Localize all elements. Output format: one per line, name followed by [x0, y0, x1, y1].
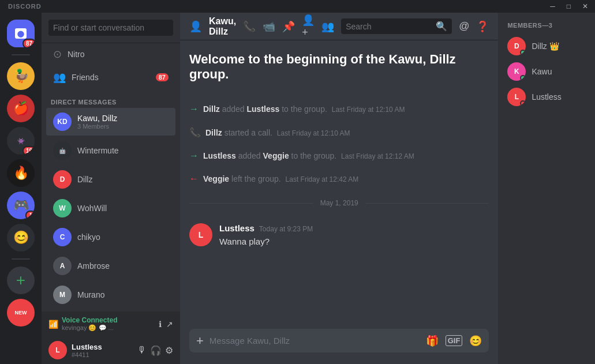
- user-discriminator: #4411: [72, 351, 133, 358]
- friends-item[interactable]: 👥 Friends 87: [46, 66, 175, 88]
- server-icon-fire[interactable]: 🔥: [7, 159, 35, 187]
- add-attachment-button[interactable]: +: [196, 333, 204, 348]
- chat-search-input[interactable]: [346, 22, 432, 31]
- emoji-button[interactable]: 😊: [469, 335, 482, 347]
- dm-list: KD Kawu, Dillz 3 Members 🤖 Wintermute D: [42, 108, 180, 312]
- dm-name-wintermute: Wintermute: [77, 146, 119, 155]
- settings-button[interactable]: ⚙: [165, 345, 173, 356]
- group-dm-icon: 👤: [189, 20, 202, 33]
- add-server-icon: +: [7, 267, 35, 294]
- dm-item-wohwill[interactable]: W WohWill: [46, 194, 175, 222]
- dm-item-chikyo[interactable]: C chikyo: [46, 223, 175, 251]
- voice-icon: 📶: [48, 320, 58, 329]
- dm-item-murano[interactable]: M Murano: [46, 281, 175, 309]
- home-badge: 87: [23, 39, 35, 47]
- dm-avatar-wintermute: 🤖: [53, 141, 72, 160]
- dm-avatar-chikyo: C: [53, 228, 72, 246]
- nitro-item[interactable]: ⊙ Nitro: [46, 43, 175, 65]
- voice-bar: 📶 Voice Connected kevingay 😊 💬 ... ℹ ↗: [42, 312, 180, 336]
- msg-header-lustless: Lustless Today at 9:23 PM: [219, 223, 489, 233]
- lustless-status: [520, 100, 526, 106]
- member-avatar-lustless: L: [507, 88, 526, 106]
- dm-item-dillz[interactable]: D Dillz: [46, 166, 175, 193]
- search-icon: 🔍: [436, 21, 447, 32]
- server-icon-new2[interactable]: NEW: [7, 299, 35, 327]
- maximize-button[interactable]: □: [564, 2, 573, 10]
- dm-name-chikyo: chikyo: [77, 232, 100, 242]
- arrow-right-2: →: [189, 151, 199, 161]
- app-body: 87 🦆 🍎 👾 19 🔥 🎮 1 😊 +: [0, 13, 595, 364]
- welcome-pre: Welcome to the beginning of the: [189, 52, 388, 66]
- server-icon-2[interactable]: 🎮 1: [7, 192, 35, 219]
- server-divider-1: [12, 54, 30, 55]
- dm-item-kawu-dillz[interactable]: KD Kawu, Dillz 3 Members: [46, 108, 175, 136]
- msg-content-lustless: Lustless Today at 9:23 PM Wanna play?: [219, 223, 489, 247]
- welcome-message: Welcome to the beginning of the Kawu, Di…: [189, 52, 489, 87]
- server-icon-1[interactable]: 👾 19: [7, 127, 35, 155]
- msg-time-lustless: Today at 9:23 PM: [259, 225, 313, 233]
- server-icon-apple[interactable]: 🍎: [7, 95, 35, 122]
- chat-title: Kawu, Dillz: [209, 16, 236, 37]
- at-mention-button[interactable]: @: [459, 20, 469, 32]
- system-msg-3-text: Veggie left the group. Last Friday at 12…: [203, 174, 358, 183]
- fire-icon: 🔥: [7, 159, 35, 187]
- server-icon-home[interactable]: 87: [7, 20, 35, 47]
- voice-info-btn[interactable]: ℹ: [159, 320, 162, 329]
- video-button[interactable]: 📹: [263, 20, 275, 33]
- gif-button[interactable]: GIF: [446, 335, 463, 346]
- dm-name-murano: Murano: [77, 290, 104, 299]
- members-label: MEMBERS—3: [503, 22, 595, 33]
- msg-text-lustless: Wanna play?: [219, 235, 489, 247]
- user-avatar: L: [48, 341, 67, 359]
- close-button[interactable]: ✕: [580, 2, 590, 10]
- server1-badge: 19: [23, 146, 35, 155]
- date-divider-text: May 1, 2019: [320, 199, 358, 207]
- dillz-status: [520, 50, 526, 55]
- member-item-kawu[interactable]: K Kawu: [503, 59, 595, 84]
- system-msg-3: ← Veggie left the group. Last Friday at …: [189, 171, 489, 186]
- message-input[interactable]: [209, 329, 420, 352]
- call-button[interactable]: 📞: [243, 20, 256, 33]
- user-name: Lustless: [72, 343, 133, 351]
- deafen-button[interactable]: 🎧: [150, 345, 162, 356]
- system-msg-1: → Dillz added Lustless to the group. Las…: [189, 102, 489, 117]
- system-msg-2: → Lustless added Veggie to the group. La…: [189, 148, 489, 163]
- member-avatar-kawu: K: [507, 62, 526, 81]
- friends-icon: 👥: [53, 71, 66, 84]
- dm-avatar-murano: M: [53, 286, 72, 304]
- user-bar-actions: 🎙 🎧 ⚙: [137, 345, 173, 356]
- members-section: MEMBERS—3 D Dillz 👑 K Kawu L: [503, 22, 595, 110]
- member-avatar-dillz: D: [507, 37, 526, 55]
- user-bar: L Lustless #4411 🎙 🎧 ⚙: [42, 336, 180, 364]
- dm-search-container: [42, 13, 180, 43]
- voice-info: Voice Connected kevingay 😊 💬 ...: [62, 316, 155, 332]
- server-divider-2: [12, 258, 30, 260]
- dm-avatar-ambrose: A: [53, 257, 72, 275]
- server-icon-new[interactable]: +: [7, 267, 35, 294]
- nitro-label: Nitro: [68, 50, 85, 59]
- dm-item-ambrose[interactable]: A Ambrose: [46, 252, 175, 280]
- dm-search-input[interactable]: [48, 20, 173, 36]
- member-item-lustless[interactable]: L Lustless: [503, 84, 595, 110]
- members-button[interactable]: 👥: [321, 20, 334, 33]
- server-icon-face[interactable]: 😊: [7, 224, 35, 252]
- dm-item-wintermute[interactable]: 🤖 Wintermute: [46, 137, 175, 164]
- gift-icon[interactable]: 🎁: [426, 335, 439, 347]
- pin-button[interactable]: 📌: [282, 20, 295, 33]
- minimize-button[interactable]: ─: [548, 2, 557, 10]
- chat-header: 👤 Kawu, Dillz 📞 📹 📌 👤+ 👥 🔍 @ ❓: [180, 13, 498, 40]
- mute-button[interactable]: 🎙: [137, 345, 147, 356]
- help-button[interactable]: ❓: [476, 20, 489, 33]
- member-item-dillz[interactable]: D Dillz 👑: [503, 33, 595, 59]
- dm-name-kawu-dillz: Kawu, Dillz: [77, 114, 117, 123]
- new-badge-text: NEW: [7, 299, 35, 327]
- server-icon-duck[interactable]: 🦆: [7, 62, 35, 90]
- nitro-icon: ⊙: [53, 48, 62, 61]
- arrow-right-1: →: [189, 104, 199, 114]
- dm-name-dillz: Dillz: [77, 175, 92, 184]
- add-member-button[interactable]: 👤+: [302, 14, 315, 39]
- friends-label: Friends: [72, 73, 99, 82]
- voice-actions: ℹ ↗: [159, 320, 173, 329]
- dm-item-jenn[interactable]: J Jenn ♡: [46, 310, 175, 312]
- voice-leave-btn[interactable]: ↗: [166, 320, 173, 329]
